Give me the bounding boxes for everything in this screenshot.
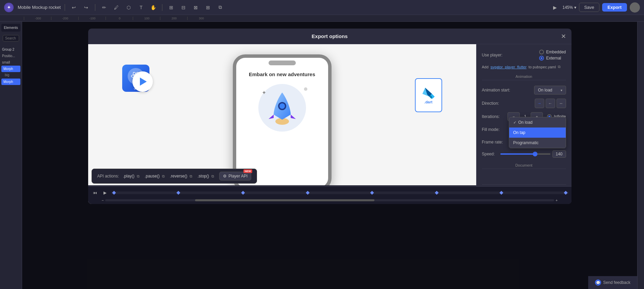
dropdown-item-on-load[interactable]: ✓ On load: [509, 117, 566, 128]
right-sidebar: [637, 22, 644, 289]
speed-slider-thumb[interactable]: [533, 152, 537, 156]
copy-stop-button[interactable]: ⧉: [210, 174, 215, 179]
api-play-method: .play() ⧉: [123, 174, 141, 179]
copy-pubspec-icon[interactable]: ⧉: [558, 65, 561, 69]
speed-slider[interactable]: [500, 153, 550, 155]
timeline-minus[interactable]: −: [102, 198, 104, 202]
ruler-tick: -300: [24, 17, 51, 20]
timeline-prev-button[interactable]: ⏮: [91, 189, 99, 197]
hand-tool-button[interactable]: ✋: [148, 3, 158, 12]
embedded-radio[interactable]: Embedded: [539, 50, 566, 54]
elements-tab[interactable]: Elements: [1, 24, 20, 32]
component-tool-button[interactable]: ⧉: [215, 3, 225, 12]
external-radio-circle: [539, 56, 544, 61]
ruler-ticks: -300 -200 -100 0 100 200 300: [24, 17, 214, 20]
layer-small[interactable]: small: [0, 59, 22, 66]
crop-tool-button[interactable]: ⊠: [191, 3, 200, 12]
check-mark-icon: ✓: [513, 120, 516, 125]
zoom-level: 145%: [562, 5, 573, 10]
timeline-scrollbar[interactable]: [105, 199, 554, 201]
ruler-tick: 200: [160, 17, 187, 20]
feedback-icon: 💬: [595, 279, 601, 286]
play-button-circle[interactable]: [132, 71, 153, 92]
animation-start-row: Animation start: On load ▾: [482, 86, 566, 95]
dart-label: .dart: [424, 100, 433, 104]
frame-tool-button[interactable]: ⊞: [166, 3, 176, 12]
layer-morph-1[interactable]: Morph: [1, 66, 20, 72]
copy-pause-button[interactable]: ⧉: [161, 174, 166, 179]
layer-positio[interactable]: Positio...: [0, 53, 22, 59]
left-panel: Elements Group 2 Positio... small Morph …: [0, 22, 22, 289]
api-pause-method: .pause() ⧉: [145, 174, 166, 179]
keyframe-diamond: [241, 191, 245, 194]
shape-tool-button[interactable]: ⬡: [124, 3, 133, 12]
canvas-area[interactable]: Export options ✕: [22, 22, 637, 289]
player-radio-group: Embedded External: [539, 50, 566, 61]
timeline-play-button[interactable]: ▶: [101, 189, 109, 197]
zoom-control[interactable]: 145% ▾: [562, 5, 576, 10]
send-feedback-label: Send feedback: [603, 280, 630, 285]
layer-big[interactable]: big: [0, 72, 22, 78]
export-button-top[interactable]: Export: [602, 3, 627, 12]
iterations-label: Iterations:: [482, 114, 500, 119]
timeline-track[interactable]: [111, 191, 569, 194]
search-input[interactable]: [3, 35, 19, 41]
keyframe-diamond: [370, 191, 374, 194]
align-tool-button[interactable]: ⊟: [179, 3, 188, 12]
direction-forward-button[interactable]: →: [535, 99, 544, 108]
speed-slider-fill: [500, 153, 535, 155]
new-badge: NEW: [243, 169, 253, 173]
svg-point-6: [279, 103, 285, 109]
send-feedback-button[interactable]: 💬 Send feedback: [588, 276, 637, 289]
document-section-label: Document: [482, 162, 566, 169]
main-layout: Elements Group 2 Positio... small Morph …: [0, 22, 644, 289]
direction-alternate-button[interactable]: ↔: [557, 99, 566, 108]
app-logo: ✦: [4, 3, 14, 12]
copy-reverse-button[interactable]: ⧉: [189, 174, 193, 179]
layer-group-2[interactable]: Group 2: [0, 46, 22, 53]
external-radio[interactable]: External: [539, 56, 566, 61]
text-tool-button[interactable]: T: [136, 3, 146, 12]
play-triangle-icon: [140, 78, 147, 86]
toolbar-right: ▶ 145% ▾ Save Export: [550, 2, 640, 13]
player-api-button[interactable]: ⚙ Player API NEW: [219, 172, 251, 181]
keyframe-diamond: [177, 191, 180, 194]
pubspec-link[interactable]: svgator_player_flutter: [490, 65, 527, 69]
zoom-chevron-icon: ▾: [574, 5, 576, 10]
animation-start-label: Animation start:: [482, 88, 510, 92]
embedded-label: Embedded: [546, 50, 566, 54]
user-avatar[interactable]: [630, 2, 640, 13]
undo-button[interactable]: ↩: [69, 3, 79, 12]
modal-header: Export options ✕: [88, 29, 571, 44]
dropdown-item-on-tap[interactable]: On tap: [509, 128, 566, 138]
grid-tool-button[interactable]: ⊞: [203, 3, 213, 12]
ruler-tick: 0: [106, 17, 133, 20]
player-api-label: Player API: [228, 174, 247, 178]
app-title: Mobile Mockup rocket: [18, 5, 61, 10]
animation-start-dropdown[interactable]: On load ▾: [534, 86, 566, 95]
pen-tool-button[interactable]: 🖊: [112, 3, 121, 12]
ruler-tick: -100: [78, 17, 106, 20]
modal-close-button[interactable]: ✕: [561, 33, 566, 40]
modal-title: Export options: [312, 33, 348, 39]
brush-tool-button[interactable]: ✏: [99, 3, 109, 12]
dropdown-item-programmatic[interactable]: Programmatic: [509, 138, 566, 148]
ruler: -300 -200 -100 0 100 200 300: [0, 15, 644, 22]
direction-row: Direction: → ← ↔: [482, 99, 566, 108]
api-reverse-method: .reverse() ⧉: [170, 174, 193, 179]
copy-play-button[interactable]: ⧉: [136, 174, 141, 179]
ruler-tick: 300: [187, 17, 214, 20]
direction-alternate-icon: ↔: [559, 101, 563, 106]
redo-button[interactable]: ↪: [81, 3, 91, 12]
layer-morph-2[interactable]: Morph: [1, 79, 20, 85]
rocket-svg: [267, 89, 297, 126]
layer-list: Group 2 Positio... small Morph big Morph: [0, 45, 22, 86]
timeline-bar: ⏮ ▶: [88, 186, 571, 204]
timeline-plus[interactable]: +: [556, 198, 558, 202]
save-button[interactable]: Save: [579, 3, 599, 12]
direction-forward-icon: →: [537, 101, 542, 106]
fill-mode-label: Fill mode:: [482, 127, 500, 132]
direction-backward-button[interactable]: ←: [546, 99, 555, 108]
pubspec-suffix: to pubspec.yaml: [529, 65, 556, 69]
preview-button[interactable]: ▶: [550, 3, 560, 12]
